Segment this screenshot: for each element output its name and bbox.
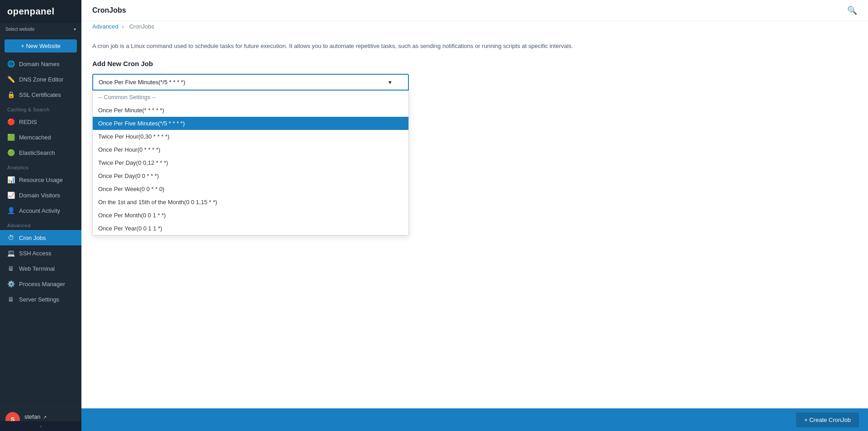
section-label-caching-search-section: Caching & Search [0,102,81,114]
new-website-button[interactable]: + New Website [5,39,77,53]
select-website-arrow-icon: ▾ [74,27,76,32]
sidebar-item-label-cron-jobs: Cron Jobs [19,235,46,241]
frequency-dropdown-list: -- Common Settings --Once Per Minute(* *… [92,91,409,235]
user-name: stefan ↗ [24,413,76,420]
sidebar-collapse-button[interactable]: ‹ [0,421,81,431]
sidebar-item-label-elasticsearch: ElasticSearch [19,149,55,156]
sidebar-item-label-domain-names: Domain Names [19,61,60,67]
sidebar-item-label-web-terminal: Web Terminal [19,265,55,272]
sidebar-item-elasticsearch[interactable]: 🟢ElasticSearch [0,145,81,160]
sidebar-item-icon-domain-visitors: 📈 [7,192,14,199]
dropdown-option-twice-per-hour[interactable]: Twice Per Hour(0,30 * * * *) [93,130,408,143]
external-link-icon[interactable]: ↗ [43,415,47,420]
dropdown-option-once-per-week[interactable]: Once Per Week(0 0 * * 0) [93,182,408,196]
search-icon[interactable]: 🔍 [847,5,857,15]
dropdown-option-common-header[interactable]: -- Common Settings -- [93,91,408,104]
bottom-bar: + Create CronJob [81,408,868,431]
page-title: CronJobs [92,6,126,14]
main-content: CronJobs 🔍 Advanced › CronJobs A cron jo… [81,0,868,431]
page-description: A cron job is a Linux command used to sc… [92,42,857,51]
sidebar-item-label-memcached: Memcached [19,134,51,141]
breadcrumb-current: CronJobs [129,23,154,30]
sidebar-item-label-server-settings: Server Settings [19,296,59,303]
sidebar-item-server-settings[interactable]: 🖥Server Settings [0,292,81,307]
frequency-select-button[interactable]: Once Per Five Minutes(*/5 * * * *) ▾ [92,74,409,91]
sidebar-item-icon-redis: 🔴 [7,118,14,125]
sidebar-item-icon-dns-zone-editor: ✏️ [7,76,14,83]
sidebar-item-icon-resource-usage: 📊 [7,176,14,183]
sidebar-item-label-redis: REDIS [19,119,37,125]
select-website-label: Select website [5,27,34,32]
dropdown-option-once-per-minute[interactable]: Once Per Minute(* * * * *) [93,104,408,117]
sidebar-item-domain-visitors[interactable]: 📈Domain Visitors [0,187,81,203]
sidebar-item-label-account-activity: Account Activity [19,207,60,214]
sidebar-item-cron-jobs[interactable]: ⏱Cron Jobs [0,230,81,245]
sidebar: openpanel Select website ▾ + New Website… [0,0,81,431]
sidebar-item-icon-ssh-access: 💻 [7,249,14,257]
sidebar-item-domain-names[interactable]: 🌐Domain Names [0,56,81,72]
sidebar-item-process-manager[interactable]: ⚙️Process Manager [0,276,81,292]
sidebar-item-icon-ssl-certificates: 🔒 [7,91,14,98]
sidebar-nav: 🌐Domain Names✏️DNS Zone Editor🔒SSL Certi… [0,56,81,307]
add-section-title: Add New Cron Job [92,60,857,67]
section-label-advanced-section: Advanced [0,218,81,230]
topbar: CronJobs 🔍 [81,0,868,21]
sidebar-item-label-ssh-access: SSH Access [19,250,52,257]
breadcrumb-separator: › [122,23,123,30]
username-text: stefan [24,413,40,420]
sidebar-item-icon-server-settings: 🖥 [7,296,14,303]
sidebar-item-dns-zone-editor[interactable]: ✏️DNS Zone Editor [0,72,81,87]
sidebar-item-icon-domain-names: 🌐 [7,60,14,67]
sidebar-item-icon-account-activity: 👤 [7,207,14,214]
breadcrumb: Advanced › CronJobs [81,21,868,34]
sidebar-item-resource-usage[interactable]: 📊Resource Usage [0,172,81,187]
sidebar-item-icon-process-manager: ⚙️ [7,280,14,287]
sidebar-item-memcached[interactable]: 🟩Memcached [0,129,81,145]
sidebar-item-icon-memcached: 🟩 [7,134,14,141]
select-website-dropdown[interactable]: Select website ▾ [0,23,81,36]
dropdown-option-once-per-day[interactable]: Once Per Day(0 0 * * *) [93,169,408,182]
sidebar-item-label-ssl-certificates: SSL Certificates [19,91,61,98]
dropdown-option-twice-per-day[interactable]: Twice Per Day(0 0,12 * * *) [93,156,408,169]
content-area: A cron job is a Linux command used to sc… [81,34,868,408]
sidebar-item-web-terminal[interactable]: 🖥Web Terminal [0,261,81,276]
sidebar-item-label-dns-zone-editor: DNS Zone Editor [19,76,63,83]
dropdown-option-once-per-hour[interactable]: Once Per Hour(0 * * * *) [93,143,408,156]
sidebar-item-label-process-manager: Process Manager [19,281,65,287]
dropdown-option-once-per-month[interactable]: Once Per Month(0 0 1 * *) [93,209,408,222]
sidebar-item-ssl-certificates[interactable]: 🔒SSL Certificates [0,87,81,102]
dropdown-option-1st-15th[interactable]: On the 1st and 15th of the Month(0 0 1,1… [93,196,408,209]
dropdown-option-once-per-five-minutes[interactable]: Once Per Five Minutes(*/5 * * * *) [93,117,408,130]
sidebar-item-icon-cron-jobs: ⏱ [7,234,14,241]
sidebar-item-label-resource-usage: Resource Usage [19,177,63,183]
breadcrumb-parent-link[interactable]: Advanced [92,23,119,30]
brand-logo: openpanel [0,0,81,23]
sidebar-item-icon-elasticsearch: 🟢 [7,149,14,156]
frequency-selected-text: Once Per Five Minutes(*/5 * * * *) [99,79,185,86]
section-label-analytics-section: Analytics [0,160,81,172]
frequency-select-container: Once Per Five Minutes(*/5 * * * *) ▾ -- … [92,74,409,91]
create-cronjob-button[interactable]: + Create CronJob [796,412,859,427]
dropdown-option-once-per-year[interactable]: Once Per Year(0 0 1 1 *) [93,222,408,235]
frequency-dropdown-arrow-icon: ▾ [389,79,392,86]
sidebar-item-account-activity[interactable]: 👤Account Activity [0,203,81,218]
sidebar-item-icon-web-terminal: 🖥 [7,265,14,272]
sidebar-item-redis[interactable]: 🔴REDIS [0,114,81,129]
sidebar-item-ssh-access[interactable]: 💻SSH Access [0,245,81,261]
sidebar-item-label-domain-visitors: Domain Visitors [19,192,60,199]
